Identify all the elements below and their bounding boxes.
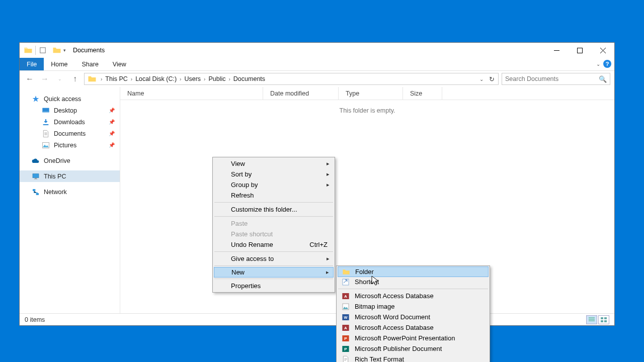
column-date[interactable]: Date modified xyxy=(263,87,339,100)
menu-new-access2[interactable]: A Microsoft Access Database xyxy=(338,322,489,333)
cloud-icon xyxy=(32,157,40,165)
nav-pictures[interactable]: Pictures 📌 xyxy=(20,139,120,151)
menu-sort-by[interactable]: Sort by▸ xyxy=(214,169,334,179)
svg-rect-3 xyxy=(42,111,49,112)
nav-desktop[interactable]: Desktop 📌 xyxy=(20,105,120,116)
menu-new-rtf[interactable]: Rich Text Format xyxy=(338,354,489,362)
pin-icon: 📌 xyxy=(109,142,115,148)
menu-properties[interactable]: Properties xyxy=(214,281,334,291)
nav-downloads[interactable]: Downloads 📌 xyxy=(20,116,120,128)
svg-rect-7 xyxy=(35,178,37,178)
menu-paste-shortcut: Paste shortcut xyxy=(214,229,334,239)
menu-group-by[interactable]: Group by▸ xyxy=(214,179,334,190)
chevron-right-icon[interactable]: › xyxy=(202,76,207,82)
address-dropdown-icon[interactable]: ⌄ xyxy=(477,76,486,82)
column-type[interactable]: Type xyxy=(339,87,403,100)
menu-new-word[interactable]: W Microsoft Word Document xyxy=(338,312,489,322)
menu-customize-folder[interactable]: Customize this folder... xyxy=(214,204,334,215)
pictures-icon xyxy=(42,141,50,149)
download-icon xyxy=(42,118,50,126)
search-input[interactable] xyxy=(505,75,599,82)
close-button[interactable] xyxy=(591,43,614,58)
chevron-right-icon: ▸ xyxy=(326,269,329,276)
menu-view[interactable]: View▸ xyxy=(214,158,334,169)
menu-new-access[interactable]: A Microsoft Access Database xyxy=(338,291,489,301)
bitmap-icon xyxy=(342,303,350,311)
desktop-icon xyxy=(42,107,50,115)
back-button[interactable]: ← xyxy=(24,73,36,85)
svg-text:A: A xyxy=(344,294,347,298)
chevron-right-icon[interactable]: › xyxy=(227,76,232,82)
svg-rect-4 xyxy=(43,124,49,125)
tab-file[interactable]: File xyxy=(20,58,44,70)
column-name[interactable]: Name ˄ xyxy=(120,87,263,100)
nav-label: Pictures xyxy=(54,142,76,149)
nav-label: Quick access xyxy=(44,96,81,103)
chevron-right-icon[interactable]: › xyxy=(129,76,134,82)
svg-rect-8 xyxy=(34,178,38,179)
pc-icon xyxy=(32,172,40,180)
search-icon[interactable]: 🔍 xyxy=(599,75,607,83)
menu-new-publisher[interactable]: P Microsoft Publisher Document xyxy=(338,343,489,354)
forward-button[interactable]: → xyxy=(39,73,51,85)
up-button[interactable]: ↑ xyxy=(69,73,81,85)
folder-icon xyxy=(88,74,97,83)
menu-new-bitmap[interactable]: Bitmap image xyxy=(338,301,489,312)
svg-rect-13 xyxy=(601,320,603,322)
recent-dropdown[interactable]: ⌄ xyxy=(54,73,66,85)
svg-text:P: P xyxy=(344,346,347,351)
breadcrumb[interactable]: Documents xyxy=(232,75,266,82)
qat-icon[interactable] xyxy=(39,47,46,54)
item-count: 0 items xyxy=(25,316,45,323)
svg-text:P: P xyxy=(344,336,347,340)
maximize-button[interactable] xyxy=(568,43,591,58)
breadcrumb[interactable]: Public xyxy=(207,75,226,82)
separator xyxy=(35,46,36,55)
help-icon[interactable]: ? xyxy=(603,60,611,68)
menu-undo-rename[interactable]: Undo RenameCtrl+Z xyxy=(214,239,334,250)
tab-home[interactable]: Home xyxy=(44,58,74,70)
sort-asc-icon: ˄ xyxy=(190,87,193,90)
tab-share[interactable]: Share xyxy=(75,58,106,70)
svg-rect-14 xyxy=(604,320,607,322)
empty-folder-message: This folder is empty. xyxy=(120,107,614,114)
menu-new[interactable]: New▸ xyxy=(214,267,334,278)
chevron-right-icon[interactable]: › xyxy=(178,76,183,82)
nav-quick-access[interactable]: Quick access xyxy=(20,93,120,105)
menu-give-access-to[interactable]: Give access to▸ xyxy=(214,253,334,264)
address-bar[interactable]: › This PC › Local Disk (C:) › Users › Pu… xyxy=(84,73,499,85)
context-menu: View▸ Sort by▸ Group by▸ Refresh Customi… xyxy=(212,157,335,293)
folder-icon xyxy=(24,46,33,55)
ribbon-expand-icon[interactable]: ⌄ xyxy=(596,61,600,67)
column-size[interactable]: Size xyxy=(403,87,442,100)
nav-onedrive[interactable]: OneDrive xyxy=(20,155,120,166)
menu-new-shortcut[interactable]: Shortcut xyxy=(338,277,489,287)
menu-new-folder[interactable]: Folder xyxy=(338,266,489,277)
chevron-right-icon[interactable]: › xyxy=(99,76,104,82)
breadcrumb[interactable]: Local Disk (C:) xyxy=(134,75,178,82)
qat-dropdown-icon[interactable]: ▾ xyxy=(63,48,66,53)
status-bar: 0 items xyxy=(20,313,614,325)
search-box[interactable]: 🔍 xyxy=(502,73,610,85)
nav-this-pc[interactable]: This PC xyxy=(20,170,120,182)
address-row: ← → ⌄ ↑ › This PC › Local Disk (C:) › Us… xyxy=(20,71,614,87)
svg-text:A: A xyxy=(344,325,347,330)
tab-view[interactable]: View xyxy=(106,58,133,70)
view-details-button[interactable] xyxy=(586,315,597,324)
chevron-right-icon: ▸ xyxy=(327,255,330,262)
breadcrumb[interactable]: Users xyxy=(183,75,202,82)
nav-documents[interactable]: Documents 📌 xyxy=(20,128,120,139)
refresh-button[interactable]: ↻ xyxy=(486,75,497,83)
svg-rect-12 xyxy=(604,317,607,319)
menu-refresh[interactable]: Refresh xyxy=(214,190,334,201)
svg-rect-9 xyxy=(33,189,35,191)
nav-label: Desktop xyxy=(54,107,77,114)
minimize-button[interactable] xyxy=(545,43,568,58)
access-icon: A xyxy=(342,324,350,332)
breadcrumb[interactable]: This PC xyxy=(104,75,128,82)
view-icons-button[interactable] xyxy=(598,315,609,324)
menu-new-powerpoint[interactable]: P Microsoft PowerPoint Presentation xyxy=(338,333,489,343)
publisher-icon: P xyxy=(342,345,350,353)
nav-network[interactable]: Network xyxy=(20,186,120,198)
navigation-pane: Quick access Desktop 📌 Downloads 📌 Docum… xyxy=(20,87,120,313)
